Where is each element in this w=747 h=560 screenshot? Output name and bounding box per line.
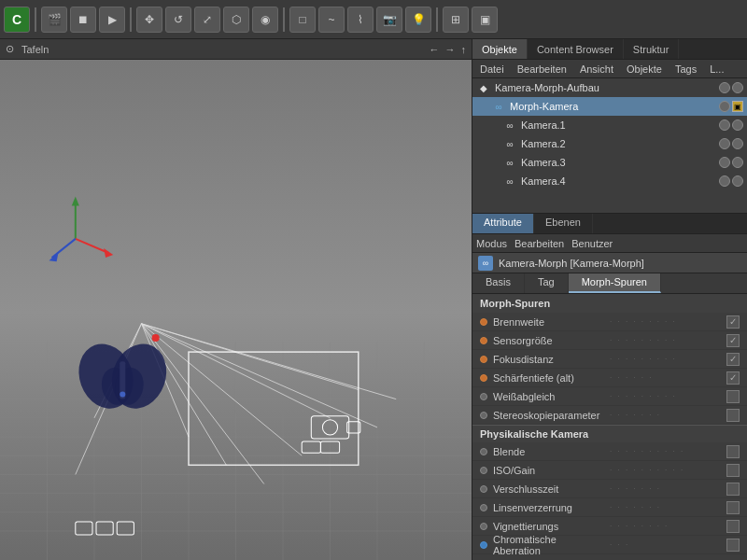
app-logo-icon[interactable]: C [4,7,30,33]
attr-check-sensorgrosse[interactable] [726,334,740,347]
toolbar-sep-3 [283,7,285,32]
tree-icon-k4: ∞ [502,174,517,189]
attr-check-verschluss[interactable] [726,483,740,496]
attr-check-chrom[interactable] [726,539,740,552]
attr-row-iso[interactable]: ISO/Gain · · · · · · · · · · [472,461,747,480]
vis-k3-2[interactable] [732,157,743,168]
attr-row-chrom[interactable]: Chromatische Aberration · · · [472,536,747,554]
attr-name-linsen: Linsenverzerrung [493,502,604,513]
tree-item-kamera2[interactable]: ∞ Kamera.2 [472,134,747,153]
tree-icon-k2: ∞ [502,136,517,151]
attr-sub-tab-tag[interactable]: Tag [525,273,569,293]
vis-k4-2[interactable] [732,175,743,187]
vis-k2-2[interactable] [732,138,743,149]
attr-bullet-sensorgrosse [480,337,487,344]
viewport-nav-arrows[interactable]: ← [430,44,440,55]
viewport-nav-up[interactable]: ↑ [461,44,467,55]
toolbar-icon-move[interactable]: ✥ [136,7,162,33]
attr-menu-modus[interactable]: Modus [476,238,507,249]
viewport[interactable]: ⊙ Tafeln ← → ↑ [0,39,472,560]
tree-item-morph-kamera[interactable]: ∞ Morph-Kamera ▣ [472,97,747,116]
toolbar-icon-rotate[interactable]: ↺ [165,7,191,33]
toolbar-icon-render2[interactable]: ▣ [472,7,498,33]
attr-tab-attribute[interactable]: Attribute [472,214,534,233]
attr-dots-vignet: · · · · · · · · [610,522,721,530]
attr-bullet-weiss [480,393,487,400]
attr-bullet-scharf [480,374,487,382]
vis-dot-2[interactable] [732,82,743,93]
attr-name-chrom: Chromatische Aberration [493,534,604,556]
tab-struktur[interactable]: Struktur [624,39,680,59]
toolbar-icon-obj[interactable]: ◉ [252,7,278,33]
menu-objekte[interactable]: Objekte [623,63,666,76]
attr-row-scharf[interactable]: Schärfentiefe (alt) · · · · · · [472,369,747,387]
toolbar-icon-poly[interactable]: ⬡ [223,7,249,33]
attr-bullet-vignet [480,523,487,530]
toolbar-icon-keyframe[interactable]: ⏹ [70,7,96,33]
menu-datei[interactable]: Datei [476,63,508,76]
toolbar-sep-1 [35,7,36,32]
vis-morph-sq[interactable]: ▣ [732,101,743,112]
attr-row-sensorgrosse[interactable]: Sensorgröße · · · · · · · · · [472,331,747,350]
attr-menu-benutzer[interactable]: Benutzer [571,238,613,249]
attr-check-iso[interactable] [726,464,740,477]
attr-sub-tab-basis[interactable]: Basis [472,273,525,293]
attr-name-weiss: Weißabgleich [493,391,604,402]
tree-item-kamera3[interactable]: ∞ Kamera.3 [472,153,747,172]
attr-check-stereo[interactable] [726,409,740,422]
tab-content-browser[interactable]: Content Browser [528,39,624,59]
tree-item-root[interactable]: ◆ Kamera-Morph-Aufbau [472,78,747,97]
toolbar-icon-deform[interactable]: ⌇ [347,7,374,33]
attr-name-brennweite: Brennweite [493,316,604,328]
toolbar-icon-camera[interactable]: 📷 [376,7,402,33]
vis-k4-1[interactable] [719,175,730,187]
tree-vis-root [719,82,743,93]
vis-k1-2[interactable] [732,119,743,131]
attr-check-linsen[interactable] [726,501,740,514]
toolbar-icon-cube[interactable]: □ [289,7,316,33]
attr-check-brennweite[interactable] [726,315,740,329]
toolbar-icon-film[interactable]: 🎬 [41,7,67,33]
toolbar-icon-scale[interactable]: ⤢ [194,7,220,33]
toolbar-icon-anim[interactable]: ▶ [99,7,125,33]
attr-check-scharf[interactable] [726,371,740,385]
attr-check-fokusdistanz[interactable] [726,353,740,366]
vis-morph-1[interactable] [719,101,730,112]
tree-label-k2: Kamera.2 [521,138,566,149]
tab-objekte[interactable]: Objekte [472,39,528,59]
attr-check-weiss[interactable] [726,390,740,403]
attr-row-linsen[interactable]: Linsenverzerrung · · · · · · · [472,498,747,517]
attr-sub-tab-morph[interactable]: Morph-Spuren [569,273,661,293]
viewport-canvas[interactable] [0,60,472,560]
panel-menu-bar: Datei Bearbeiten Ansicht Objekte Tags L.… [472,60,747,78]
vis-dot-1[interactable] [719,82,730,93]
tree-label-k3: Kamera.3 [521,157,566,168]
tree-item-kamera4[interactable]: ∞ Kamera.4 [472,172,747,190]
main-toolbar: C 🎬 ⏹ ▶ ✥ ↺ ⤢ ⬡ ◉ □ ~ ⌇ 📷 💡 ⊞ ▣ [0,0,747,39]
attr-row-verschluss[interactable]: Verschlusszeit · · · · · · · [472,480,747,498]
toolbar-icon-light[interactable]: 💡 [405,7,431,33]
toolbar-icon-spline[interactable]: ~ [318,7,345,33]
attr-bullet-brennweite [480,318,487,326]
attr-menu-bearbeiten[interactable]: Bearbeiten [514,238,564,249]
attr-row-fokusdistanz[interactable]: Fokusdistanz · · · · · · · · · [472,350,747,369]
vis-k1-1[interactable] [719,119,730,131]
attr-check-blende[interactable] [726,445,740,458]
attr-tab-ebenen[interactable]: Ebenen [534,214,593,233]
viewport-nav-right[interactable]: → [445,44,456,55]
attr-check-vignet[interactable] [726,520,740,533]
attr-row-weiss[interactable]: Weißabgleich · · · · · · · · · [472,387,747,406]
viewport-scene [0,60,472,560]
menu-more[interactable]: L... [706,63,727,76]
menu-tags[interactable]: Tags [671,63,700,76]
attr-row-blende[interactable]: Blende · · · · · · · · · · [472,442,747,461]
attr-row-brennweite[interactable]: Brennweite · · · · · · · · · [472,313,747,331]
menu-bearbeiten[interactable]: Bearbeiten [514,63,571,76]
menu-ansicht[interactable]: Ansicht [576,63,617,76]
tree-item-kamera1[interactable]: ∞ Kamera.1 [472,116,747,134]
vis-k3-1[interactable] [719,157,730,168]
toolbar-icon-render[interactable]: ⊞ [443,7,469,33]
attr-dots-linsen: · · · · · · · [610,503,721,511]
vis-k2-1[interactable] [719,138,730,149]
attr-row-stereo[interactable]: Stereoskopieparameter · · · · · · · [472,406,747,425]
